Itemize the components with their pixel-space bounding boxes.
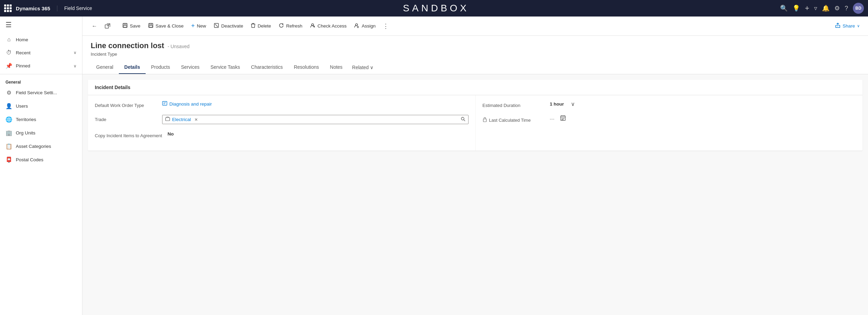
- main-layout: ☰ ⌂ Home ⏱ Recent ∨ 📌 Pinned ∨ General ⚙…: [0, 17, 868, 315]
- sidebar-section-general: General: [0, 76, 82, 86]
- tab-products[interactable]: Products: [146, 61, 176, 74]
- pin-icon: 📌: [5, 63, 12, 69]
- svg-rect-23: [563, 118, 563, 119]
- share-button[interactable]: Share ∨: [831, 21, 864, 31]
- save-close-label: Save & Close: [156, 23, 184, 29]
- sidebar-item-asset-categories[interactable]: 📋 Asset Categories: [0, 140, 82, 153]
- assign-button[interactable]: Assign: [351, 21, 379, 32]
- brand-logo[interactable]: Dynamics 365: [16, 6, 57, 11]
- save-button[interactable]: Save: [119, 21, 144, 32]
- svg-line-8: [215, 24, 218, 27]
- postal-icon: 📮: [5, 156, 12, 163]
- form-row-copy-incident: Copy Incident Items to Agreement No: [95, 131, 469, 138]
- module-label: Field Service: [57, 6, 92, 11]
- more-icon: ⋮: [383, 22, 389, 30]
- svg-rect-5: [150, 23, 152, 25]
- sidebar-item-home[interactable]: ⌂ Home: [0, 33, 82, 46]
- tab-details[interactable]: Details: [119, 61, 146, 74]
- content-area: ← Save: [82, 17, 868, 315]
- trade-search-icon[interactable]: [461, 117, 465, 122]
- help-icon[interactable]: ?: [845, 5, 848, 12]
- tab-resolutions[interactable]: Resolutions: [288, 61, 324, 74]
- assign-icon: [354, 23, 360, 30]
- tab-general[interactable]: General: [91, 61, 119, 74]
- more-options-button[interactable]: ⋮: [380, 20, 392, 32]
- check-access-label: Check Access: [317, 23, 347, 29]
- filter-icon[interactable]: ▿: [814, 4, 817, 12]
- new-button[interactable]: + New: [188, 20, 210, 32]
- sidebar-item-label: Recent: [16, 50, 31, 55]
- svg-rect-6: [149, 25, 153, 27]
- svg-line-16: [464, 120, 465, 121]
- calendar-icon[interactable]: [560, 115, 566, 123]
- last-calculated-time-label: Last Calculated Time: [483, 115, 544, 123]
- nav-back-area: ←: [87, 21, 115, 31]
- svg-rect-11: [162, 101, 167, 105]
- check-access-button[interactable]: Check Access: [306, 21, 350, 32]
- share-chevron-icon: ∨: [857, 24, 860, 28]
- work-order-type-link[interactable]: Diagnosis and repair: [162, 101, 469, 107]
- sidebar-item-recent[interactable]: ⏱ Recent ∨: [0, 46, 82, 59]
- top-nav-icons: 🔍 💡 + ▿ 🔔 ⚙ ? BD: [780, 3, 864, 14]
- refresh-button[interactable]: Refresh: [275, 21, 306, 32]
- back-button[interactable]: ←: [89, 21, 100, 31]
- sidebar-item-org-units[interactable]: 🏢 Org Units: [0, 126, 82, 140]
- form-row-last-calculated-time: Last Calculated Time ---: [483, 115, 856, 123]
- estimated-duration-chevron[interactable]: ∨: [571, 101, 575, 107]
- save-label: Save: [130, 23, 140, 29]
- form-row-estimated-duration: Estimated Duration 1 hour ∨: [483, 101, 856, 108]
- deactivate-button[interactable]: Deactivate: [210, 21, 247, 32]
- svg-rect-26: [563, 119, 563, 120]
- trade-chip-text: Electrical: [172, 117, 191, 122]
- check-access-icon: [310, 23, 315, 30]
- open-new-window-button[interactable]: [102, 21, 113, 31]
- tab-bar: General Details Products Services Servic…: [91, 61, 860, 74]
- share-label: Share: [843, 23, 855, 29]
- sidebar-item-label: Org Units: [16, 130, 35, 135]
- page-title: Line connection lost: [91, 41, 164, 50]
- delete-label: Delete: [258, 23, 271, 29]
- sidebar-item-label: Home: [16, 37, 28, 42]
- svg-rect-14: [166, 118, 170, 121]
- bell-icon[interactable]: 🔔: [822, 4, 830, 12]
- page-title-row: Line connection lost - Unsaved: [91, 41, 860, 50]
- building-icon: 🏢: [5, 130, 12, 136]
- sidebar-item-postal-codes[interactable]: 📮 Postal Codes: [0, 153, 82, 166]
- user-avatar[interactable]: BD: [853, 3, 864, 14]
- svg-rect-2: [124, 23, 126, 25]
- sidebar-item-territories[interactable]: 🌐 Territories: [0, 113, 82, 126]
- deactivate-label: Deactivate: [221, 23, 243, 29]
- lightbulb-icon[interactable]: 💡: [792, 4, 800, 12]
- sidebar-hamburger[interactable]: ☰: [0, 17, 82, 33]
- delete-button[interactable]: Delete: [247, 21, 274, 32]
- tab-notes[interactable]: Notes: [325, 61, 348, 74]
- tab-service-tasks[interactable]: Service Tasks: [205, 61, 246, 74]
- sidebar-divider: [0, 74, 82, 74]
- recent-icon: ⏱: [5, 50, 12, 56]
- globe-icon: 🌐: [5, 116, 12, 123]
- app-grid-icon[interactable]: [4, 4, 12, 12]
- tab-services[interactable]: Services: [176, 61, 205, 74]
- sidebar-item-users[interactable]: 👤 Users: [0, 99, 82, 113]
- sidebar-item-label: Pinned: [16, 63, 30, 68]
- trade-chip-remove[interactable]: ✕: [194, 117, 198, 122]
- trade-input[interactable]: Electrical ✕: [162, 115, 469, 124]
- incident-details-section: Incident Details Default Work Order Type: [88, 80, 863, 151]
- sidebar-item-field-service-settings[interactable]: ⚙ Field Service Setti...: [0, 86, 82, 99]
- search-icon[interactable]: 🔍: [780, 4, 788, 12]
- chevron-down-icon: ∨: [370, 65, 373, 70]
- copy-incident-value: No: [168, 131, 469, 137]
- svg-point-15: [461, 117, 464, 120]
- unsaved-indicator: - Unsaved: [168, 44, 190, 49]
- settings-icon[interactable]: ⚙: [834, 4, 840, 12]
- save-close-button[interactable]: Save & Close: [145, 21, 187, 32]
- tab-characteristics[interactable]: Characteristics: [246, 61, 289, 74]
- save-close-icon: [148, 23, 154, 30]
- plus-icon[interactable]: +: [805, 4, 809, 13]
- form-row-trade: Trade: [95, 115, 469, 124]
- tab-related[interactable]: Related ∨: [348, 61, 377, 74]
- sidebar-item-pinned[interactable]: 📌 Pinned ∨: [0, 59, 82, 73]
- svg-rect-22: [562, 118, 562, 119]
- lock-icon: [483, 117, 487, 123]
- work-order-type-link-icon: [162, 101, 167, 107]
